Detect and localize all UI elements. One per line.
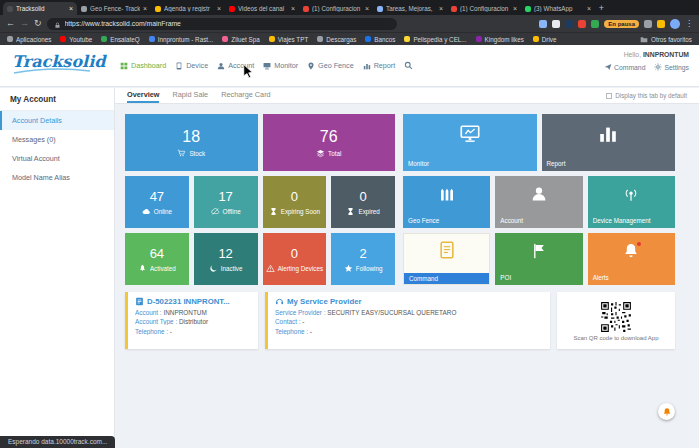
nav-geo-fence[interactable]: Geo Fence bbox=[307, 61, 354, 70]
stat-tile-total[interactable]: 76 Total bbox=[263, 114, 396, 171]
reload-icon[interactable]: ↻ bbox=[34, 19, 42, 28]
back-icon[interactable]: ← bbox=[6, 19, 15, 28]
bookmark-label: Drive bbox=[542, 36, 557, 43]
extension-icon[interactable] bbox=[539, 20, 547, 28]
tracksolid-logo[interactable]: Tracksolid bbox=[12, 52, 105, 75]
shortcut-monitor[interactable]: Monitor bbox=[403, 114, 537, 171]
close-icon[interactable]: × bbox=[365, 5, 369, 12]
profile-avatar[interactable] bbox=[670, 19, 680, 29]
display-default-label: Display this tab by default bbox=[615, 92, 687, 99]
stat-tile-activated[interactable]: 64 Activated bbox=[125, 233, 189, 285]
bookmark[interactable]: Bancos bbox=[365, 36, 395, 43]
browser-tab[interactable]: Tareas, Mejoras, × bbox=[373, 2, 447, 15]
stat-label: Offline bbox=[223, 208, 241, 215]
bell-icon bbox=[588, 242, 675, 260]
pause-badge[interactable]: En pausa bbox=[604, 20, 639, 28]
tab-favicon bbox=[229, 6, 235, 12]
shortcut-alerts[interactable]: Alerts bbox=[588, 233, 675, 285]
extension-icon[interactable] bbox=[552, 20, 560, 28]
bookmark[interactable]: EnsalateQ bbox=[101, 36, 139, 43]
browser-tab[interactable]: (1) Configuracion × bbox=[447, 2, 521, 15]
stat-tile-alerting-devices[interactable]: 0 Alerting Devices bbox=[263, 233, 327, 285]
extension-icon[interactable] bbox=[644, 20, 652, 28]
stat-tile-stock[interactable]: 18 Stock bbox=[125, 114, 258, 171]
stat-tile-expiring-soon[interactable]: 0 Expiring Soon bbox=[263, 176, 327, 228]
forward-icon[interactable]: → bbox=[20, 19, 29, 28]
bookmark-aplicaciones[interactable]: Aplicaciones bbox=[7, 36, 51, 43]
stat-tile-expired[interactable]: 0 Expired bbox=[331, 176, 395, 228]
close-icon[interactable]: × bbox=[143, 5, 147, 12]
settings-button[interactable]: Settings bbox=[654, 63, 689, 71]
command-button[interactable]: Command bbox=[604, 63, 645, 71]
browser-tab[interactable]: (1) Configuracion × bbox=[299, 2, 373, 15]
browser-tab-whatsapp[interactable]: (3) WhatsApp × bbox=[521, 2, 595, 15]
stat-tile-following[interactable]: 2 Following bbox=[331, 233, 395, 285]
close-icon[interactable]: × bbox=[587, 5, 591, 12]
tab-recharge-card[interactable]: Recharge Card bbox=[221, 88, 270, 103]
bookmark[interactable]: Drive bbox=[533, 36, 557, 43]
stat-label: Expired bbox=[358, 208, 379, 215]
apps-grid-icon bbox=[7, 36, 13, 42]
tab-favicon bbox=[155, 6, 161, 12]
notification-bell-button[interactable] bbox=[658, 403, 675, 420]
account-card-title[interactable]: D-502231 INNPRONT... bbox=[135, 297, 251, 306]
extension-icon[interactable] bbox=[657, 20, 665, 28]
bookmark[interactable]: Descargas bbox=[317, 36, 356, 43]
stat-label: Activated bbox=[150, 265, 176, 272]
shortcut-label: Account bbox=[500, 217, 523, 224]
sidebar-item-virtual-account[interactable]: Virtual Account bbox=[0, 149, 114, 168]
close-icon[interactable]: × bbox=[291, 5, 295, 12]
sidebar-item-account-details[interactable]: Account Details bbox=[0, 111, 114, 130]
tab-label: (3) WhatsApp bbox=[534, 5, 584, 12]
star-icon bbox=[344, 264, 353, 273]
tab-rapid-sale[interactable]: Rapid Sale bbox=[172, 88, 208, 103]
site-icon bbox=[222, 36, 228, 42]
display-default-checkbox[interactable] bbox=[606, 93, 612, 99]
address-bar[interactable]: https://www.tracksolid.com/mainFrame bbox=[47, 18, 397, 30]
content-tabs: Overview Rapid Sale Recharge Card Displa… bbox=[115, 88, 699, 104]
bookmark[interactable]: Innprontum - Rast... bbox=[149, 36, 214, 43]
nav-dashboard[interactable]: Dashboard bbox=[120, 61, 166, 70]
other-bookmarks[interactable]: Otros favoritos bbox=[640, 36, 692, 43]
stat-value: 47 bbox=[150, 189, 164, 204]
sidebar-item-messages[interactable]: Messages (0) bbox=[0, 130, 114, 149]
stat-tile-inactive[interactable]: 12 Inactive bbox=[194, 233, 258, 285]
extension-icon[interactable] bbox=[565, 20, 573, 28]
stat-tile-offline[interactable]: 17 Offline bbox=[194, 176, 258, 228]
browser-tab[interactable]: Agenda y registr × bbox=[151, 2, 225, 15]
shortcut-device-management[interactable]: Device Management bbox=[588, 176, 675, 228]
tab-favicon bbox=[451, 6, 457, 12]
bookmark[interactable]: Ziluet Spa bbox=[222, 36, 259, 43]
browser-tab-tracksolid[interactable]: Tracksolid × bbox=[3, 2, 77, 15]
bookmark[interactable]: Viajes TPT bbox=[269, 36, 309, 43]
shortcut-report[interactable]: Report bbox=[542, 114, 676, 171]
new-tab-button[interactable]: + bbox=[595, 2, 608, 15]
shortcut-geo-fence[interactable]: Geo Fence bbox=[403, 176, 490, 228]
extension-icon[interactable] bbox=[591, 20, 599, 28]
shortcut-account[interactable]: Account bbox=[495, 176, 582, 228]
bookmark[interactable]: Youtube bbox=[60, 36, 92, 43]
nav-monitor[interactable]: Monitor bbox=[263, 61, 298, 70]
browser-tab[interactable]: Videos del canal × bbox=[225, 2, 299, 15]
browser-tab[interactable]: Geo Fence- Track × bbox=[77, 2, 151, 15]
nav-report[interactable]: Report bbox=[363, 61, 396, 70]
tab-overview[interactable]: Overview bbox=[127, 88, 159, 103]
browser-menu-icon[interactable]: ⋮ bbox=[685, 20, 693, 28]
stat-label: Stock bbox=[189, 150, 205, 157]
stat-tile-online[interactable]: 47 Online bbox=[125, 176, 189, 228]
close-icon[interactable]: × bbox=[217, 5, 221, 12]
bookmark-label: Kingdom likes bbox=[485, 36, 524, 43]
layers-icon bbox=[316, 149, 325, 158]
bookmark[interactable]: Pelispedia y CEL... bbox=[404, 36, 466, 43]
close-icon[interactable]: × bbox=[513, 5, 517, 12]
bookmark-label: Youtube bbox=[69, 36, 92, 43]
search-button[interactable] bbox=[404, 61, 413, 70]
sidebar-item-model-name-alias[interactable]: Model Name Alias bbox=[0, 168, 114, 187]
extension-icon[interactable] bbox=[578, 20, 586, 28]
nav-device[interactable]: Device bbox=[175, 61, 208, 70]
close-icon[interactable]: × bbox=[69, 5, 73, 12]
shortcut-poi[interactable]: POI bbox=[495, 233, 582, 285]
close-icon[interactable]: × bbox=[439, 5, 443, 12]
shortcut-command[interactable]: Command bbox=[403, 233, 490, 285]
bookmark[interactable]: Kingdom likes bbox=[476, 36, 524, 43]
